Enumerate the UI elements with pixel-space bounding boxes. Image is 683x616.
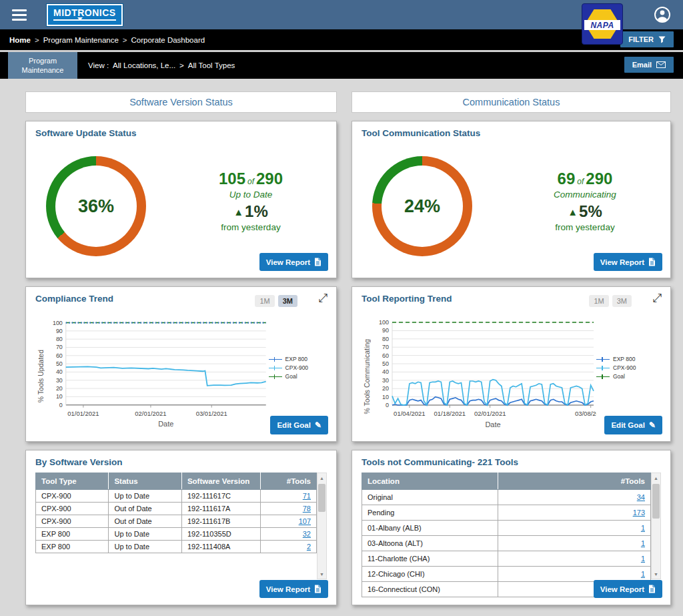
scroll-up-arrow[interactable]: ▲ [652, 473, 660, 483]
tool-count-link[interactable]: 34 [637, 493, 645, 501]
card-title: Tool Communication Status [362, 128, 661, 138]
legend-item[interactable]: CPX-900 [596, 364, 655, 371]
stat-delta-note: from yesterday [518, 222, 652, 232]
table-cell: Up to Date [109, 490, 181, 503]
tool-count-link[interactable]: 71 [303, 492, 311, 500]
legend-label: Goal [285, 373, 297, 380]
legend-label: Goal [613, 373, 625, 380]
table-cell: EXP 800 [36, 541, 109, 553]
tab-program-maintenance[interactable]: Program Maintenance [8, 52, 77, 79]
legend-swatch [269, 366, 282, 370]
svg-text:40: 40 [382, 368, 389, 375]
scroll-thumb[interactable] [318, 484, 325, 512]
legend-item[interactable]: EXP 800 [269, 356, 327, 362]
menu-hamburger-icon[interactable] [12, 9, 27, 21]
scroll-up-arrow[interactable]: ▲ [317, 473, 326, 483]
pencil-icon: ✎ [315, 420, 321, 430]
edit-goal-label: Edit Goal [277, 421, 310, 429]
filter-button[interactable]: FILTER [620, 31, 674, 47]
svg-text:0: 0 [386, 402, 389, 408]
svg-text:01/01/2021: 01/01/2021 [67, 410, 99, 417]
range-chip-3m[interactable]: 3M [278, 295, 297, 307]
table-scrollbar[interactable]: ▲ ▼ [651, 473, 661, 579]
breadcrumb-corporate-dashboard: Corporate Dashboard [131, 36, 205, 44]
edit-goal-button[interactable]: Edit Goal ✎ [270, 416, 328, 434]
tab-program-maintenance-label: Program Maintenance [8, 56, 77, 75]
edit-goal-button[interactable]: Edit Goal ✎ [604, 416, 662, 434]
legend-label: CPX-900 [285, 364, 309, 371]
donut-percent-label: 36% [46, 156, 146, 256]
view-report-button[interactable]: View Report [259, 253, 328, 271]
table-cell: 192-111617A [181, 503, 260, 515]
range-chip-3m[interactable]: 3M [612, 295, 632, 307]
table-cell: CPX-900 [36, 503, 109, 515]
table-row: 03-Altoona (ALT)1 [362, 536, 651, 551]
view-report-button[interactable]: View Report [259, 580, 328, 598]
report-document-icon [648, 585, 656, 593]
tool-count-link[interactable]: 1 [641, 539, 645, 547]
scroll-down-arrow[interactable]: ▼ [317, 569, 326, 579]
view-locations-filter[interactable]: All Locations, Le... [113, 61, 175, 69]
report-document-icon [314, 258, 321, 266]
table-row: 11-Charlotte (CHA)1 [362, 551, 651, 567]
legend-item[interactable]: Goal [596, 373, 655, 380]
svg-text:03/01/2021: 03/01/2021 [196, 410, 227, 417]
report-document-icon [648, 258, 656, 266]
svg-text:80: 80 [382, 336, 389, 342]
svg-text:01/04/2021: 01/04/2021 [394, 410, 426, 417]
column-header: Software Version [181, 473, 260, 490]
view-report-button[interactable]: View Report [594, 580, 662, 598]
section-header-communication-status: Communication Status [352, 91, 671, 113]
view-report-button[interactable]: View Report [594, 253, 662, 271]
svg-text:03/08/2021: 03/08/2021 [575, 410, 596, 417]
report-document-icon [314, 585, 321, 593]
breadcrumb-home[interactable]: Home [9, 36, 31, 44]
by-software-version-card: By Software Version Tool TypeStatusSoftw… [25, 450, 337, 605]
tool-count-link[interactable]: 107 [299, 517, 311, 525]
view-report-label: View Report [600, 258, 644, 266]
tool-count-link[interactable]: 32 [303, 530, 311, 538]
svg-text:60: 60 [56, 352, 63, 359]
table-cell: 03-Altoona (ALT) [362, 536, 498, 551]
tool-count-link[interactable]: 1 [641, 570, 645, 578]
svg-text:100: 100 [379, 319, 389, 326]
scroll-down-arrow[interactable]: ▼ [652, 569, 660, 579]
scroll-thumb[interactable] [652, 484, 660, 519]
legend-item[interactable]: CPX-900 [269, 364, 327, 371]
table-cell: 192-111617B [181, 515, 260, 528]
tool-count-link[interactable]: 2 [307, 543, 311, 551]
card-title: Tools not Communicating- 221 Tools [362, 457, 661, 467]
envelope-icon [656, 61, 666, 68]
tool-count-link[interactable]: 78 [303, 505, 311, 513]
user-account-icon[interactable] [654, 6, 671, 26]
legend-label: EXP 800 [285, 356, 307, 362]
expand-icon[interactable]: ⤢ [318, 292, 327, 304]
card-title: By Software Version [35, 457, 327, 467]
napa-logo: NAPA [582, 3, 623, 45]
legend-swatch [269, 374, 282, 379]
legend-item[interactable]: EXP 800 [596, 356, 655, 362]
legend-item[interactable]: Goal [269, 373, 327, 380]
svg-text:90: 90 [56, 328, 63, 334]
tool-count-link[interactable]: 1 [641, 524, 645, 532]
top-app-bar: MIDTRONICS [0, 0, 683, 29]
range-chip-1m[interactable]: 1M [589, 295, 608, 307]
table-scrollbar[interactable]: ▲ ▼ [317, 473, 327, 579]
range-chip-1m[interactable]: 1M [255, 295, 274, 307]
tool-count-link[interactable]: 1 [641, 555, 645, 563]
svg-text:02/01/2021: 02/01/2021 [135, 410, 166, 417]
breadcrumb-separator: > [35, 36, 39, 44]
breadcrumb-bar: Home > Program Maintenance > Corporate D… [0, 29, 683, 50]
expand-icon[interactable]: ⤢ [652, 292, 662, 304]
table-cell: 192-110355D [181, 528, 260, 541]
stat-status-label: Communicating [518, 190, 652, 200]
tool-count-link[interactable]: 173 [633, 509, 645, 517]
stat-of-label: of [247, 177, 254, 186]
email-button[interactable]: Email [624, 57, 674, 73]
up-triangle-icon: ▲ [233, 206, 243, 218]
table-cell: CPX-900 [36, 490, 109, 503]
svg-text:100: 100 [53, 320, 63, 326]
breadcrumb-program-maintenance[interactable]: Program Maintenance [43, 36, 119, 44]
view-tooltypes-filter[interactable]: All Tool Types [188, 61, 235, 69]
svg-text:60: 60 [382, 352, 389, 359]
